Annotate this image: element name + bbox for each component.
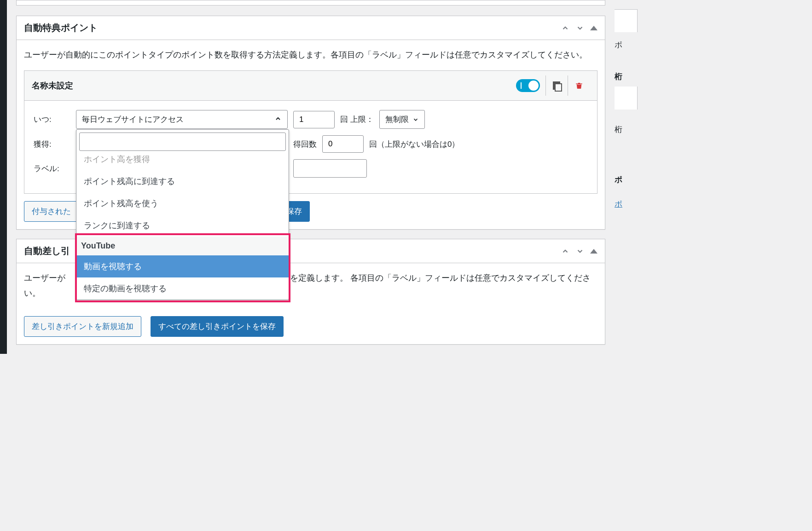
panel-description: ユーザーが自動的にこのポイントタイプのポイント数を取得する方法定義します。各項目… <box>24 47 597 62</box>
when-select-value: 毎日ウェブサイトにアクセス <box>82 114 184 125</box>
trash-icon <box>575 81 583 90</box>
auto-bonus-points-panel: 自動特典ポイント ユーザーが自動的にこのポイントタイプのポイント数を取得する方法… <box>16 16 605 230</box>
config-header: 名称未設定 <box>24 71 597 101</box>
when-select[interactable]: 毎日ウェブサイトにアクセス <box>76 110 288 129</box>
panel-title: 自動特典ポイント <box>24 22 98 34</box>
add-bonus-button[interactable]: 付与された <box>24 201 79 222</box>
when-row: いつ: 毎日ウェブサイトにアクセス 回 上限： 無制限 <box>34 110 588 129</box>
save-deduct-button[interactable]: すべての差し引きポイントを保存 <box>151 316 284 337</box>
collapse-icon[interactable] <box>590 249 597 254</box>
earn-suffix: 回（上限がない場合は0） <box>369 139 459 150</box>
chevron-up-icon <box>274 115 282 124</box>
panel-controls <box>561 247 597 256</box>
panel-controls <box>561 23 597 33</box>
dropdown-item[interactable]: ポイント残高に到達する <box>76 170 289 192</box>
delete-button[interactable] <box>568 75 590 96</box>
label-input[interactable] <box>293 159 367 178</box>
desc-prefix: ユーザーが <box>24 273 65 283</box>
earn-label: 獲得: <box>34 139 70 150</box>
dropdown-item[interactable]: 動画を視聴する <box>76 255 289 277</box>
limit-select[interactable]: 無制限 <box>379 110 425 129</box>
panel-header: 自動特典ポイント <box>17 16 605 40</box>
right-label: ポ <box>615 174 638 185</box>
collapse-icon[interactable] <box>590 26 597 30</box>
label-label: ラベル: <box>34 163 70 174</box>
enable-toggle[interactable] <box>516 79 540 92</box>
times-input[interactable] <box>293 111 335 128</box>
right-sidebar: ポ 桁 桁 ポ ポ <box>615 0 638 354</box>
earn-count-label: 得回数 <box>293 139 317 150</box>
right-box-1 <box>615 9 638 32</box>
config-body: いつ: 毎日ウェブサイトにアクセス 回 上限： 無制限 <box>24 101 597 193</box>
right-link[interactable]: ポ <box>615 200 622 208</box>
panel-title: 自動差し引 <box>24 245 70 257</box>
dropdown-item[interactable]: ランクに到達する <box>76 214 289 237</box>
config-block: 名称未設定 <box>24 70 597 194</box>
right-label: 桁 <box>615 71 638 82</box>
panel2-buttons: 差し引きポイントを新規追加 すべての差し引きポイントを保存 <box>17 316 605 344</box>
move-up-icon[interactable] <box>561 23 570 33</box>
limit-value: 無制限 <box>385 114 409 125</box>
move-down-icon[interactable] <box>575 23 585 33</box>
dropdown-item[interactable]: ポイント残高を使う <box>76 192 289 214</box>
times-label: 回 上限： <box>340 114 374 125</box>
chevron-down-icon <box>412 116 419 123</box>
panel-stub-top <box>16 0 605 6</box>
add-deduct-button[interactable]: 差し引きポイントを新規追加 <box>24 316 141 337</box>
config-title: 名称未設定 <box>32 80 73 91</box>
panel-body: ユーザーが自動的にこのポイントタイプのポイント数を取得する方法定義します。各項目… <box>17 40 605 201</box>
right-label: ポ <box>615 40 638 50</box>
when-dropdown: ホイント高を獲得 ポイント残高に到達する ポイント残高を使う ランクに到達する … <box>76 129 289 300</box>
config-actions <box>516 75 590 96</box>
dropdown-item[interactable]: ホイント高を獲得 <box>76 154 289 170</box>
when-label: いつ: <box>34 114 70 125</box>
dropdown-list: ホイント高を獲得 ポイント残高に到達する ポイント残高を使う ランクに到達する … <box>76 154 289 300</box>
dropdown-search-input[interactable] <box>79 133 286 151</box>
admin-sidebar <box>0 0 7 354</box>
right-box-2 <box>615 87 638 110</box>
dropdown-item[interactable]: 特定の動画を視聴する <box>76 277 289 300</box>
move-down-icon[interactable] <box>575 247 585 256</box>
earn-count-input[interactable] <box>322 135 364 153</box>
duplicate-button[interactable] <box>545 75 568 96</box>
right-label: 桁 <box>615 124 638 135</box>
dropdown-group-label: YouTube <box>76 237 289 255</box>
copy-icon <box>553 81 561 90</box>
dropdown-search-wrap <box>76 130 289 154</box>
move-up-icon[interactable] <box>561 247 570 256</box>
